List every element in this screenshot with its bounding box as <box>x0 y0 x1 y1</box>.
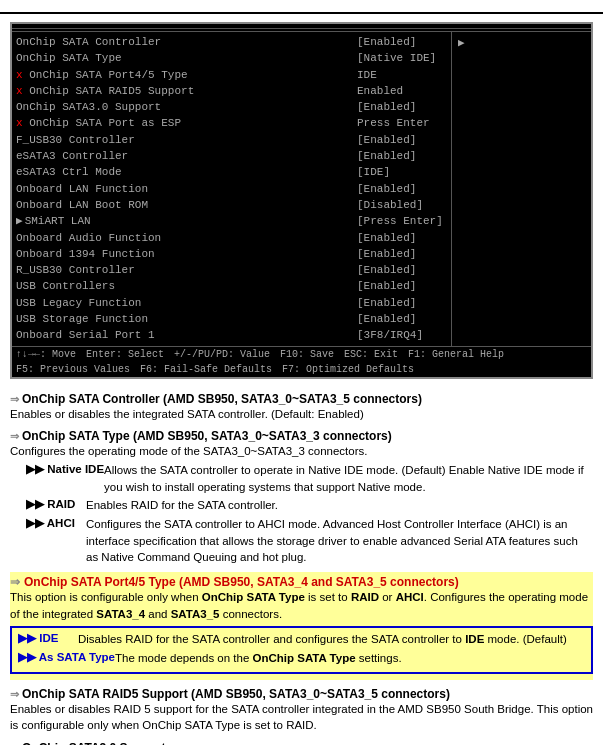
bios-row-value: Press Enter <box>357 116 447 130</box>
page-header <box>0 0 603 14</box>
bios-row-label: USB Storage Function <box>16 312 357 326</box>
bios-row[interactable]: Onboard LAN Boot ROM[Disabled] <box>16 197 447 213</box>
bios-row[interactable]: OnChip SATA3.0 Support[Enabled] <box>16 99 447 115</box>
desc-heading: ⇒OnChip SATA3.0 Support <box>10 740 593 745</box>
bios-row[interactable]: Onboard Audio Function[Enabled] <box>16 230 447 246</box>
bios-row[interactable]: OnChip SATA Port4/5 TypeIDE <box>16 67 447 83</box>
bios-row[interactable]: OnChip SATA Controller[Enabled] <box>16 34 447 50</box>
bios-row-value: IDE <box>357 68 447 82</box>
bios-row[interactable]: F_USB30 Controller[Enabled] <box>16 132 447 148</box>
bios-row-label: Onboard Audio Function <box>16 231 357 245</box>
bios-row-label: OnChip SATA RAID5 Support <box>16 84 357 98</box>
desc-heading: ⇒OnChip SATA RAID5 Support (AMD SB950, S… <box>10 686 593 701</box>
bios-row-value: [Enabled] <box>357 247 447 261</box>
bios-row-label: OnChip SATA Controller <box>16 35 357 49</box>
bios-row-label: F_USB30 Controller <box>16 133 357 147</box>
bios-row-label: OnChip SATA3.0 Support <box>16 100 357 114</box>
bios-row-label: eSATA3 Ctrl Mode <box>16 165 357 179</box>
bios-row-label: Onboard LAN Boot ROM <box>16 198 357 212</box>
arrow-icon: ⇒ <box>10 575 20 589</box>
bios-row-label: OnChip SATA Port as ESP <box>16 116 357 130</box>
sub-item: ▶▶ RAIDEnables RAID for the SATA control… <box>26 497 593 514</box>
bios-row[interactable]: USB Controllers[Enabled] <box>16 278 447 294</box>
bios-setup-box: OnChip SATA Controller[Enabled] OnChip S… <box>10 22 593 379</box>
arrow-icon: ⇒ <box>10 430 19 442</box>
bios-row-value: [Enabled] <box>357 263 447 277</box>
bios-row[interactable]: USB Legacy Function[Enabled] <box>16 295 447 311</box>
bios-row-value: Enabled <box>357 84 447 98</box>
bios-row[interactable]: Onboard 1394 Function[Enabled] <box>16 246 447 262</box>
bios-row[interactable]: OnChip SATA Port as ESPPress Enter <box>16 115 447 131</box>
bios-footer-item: F10: Save <box>280 349 334 360</box>
sub-bullet: ▶▶ AHCI <box>26 516 86 566</box>
bios-row-label: Onboard Serial Port 1 <box>16 328 357 342</box>
desc-block-onchip-sata-type: ⇒OnChip SATA Type (AMD SB950, SATA3_0~SA… <box>10 428 593 566</box>
bios-row-value: [Enabled] <box>357 279 447 293</box>
description-section: ⇒OnChip SATA Controller (AMD SB950, SATA… <box>0 387 603 745</box>
sub-content: Enables RAID for the SATA controller. <box>86 497 593 514</box>
bios-footer-item: Enter: Select <box>86 349 164 360</box>
sub-bullet: ▶▶ As SATA Type <box>18 650 115 667</box>
bios-row-value: [Enabled] <box>357 35 447 49</box>
bios-content: OnChip SATA Controller[Enabled] OnChip S… <box>12 32 591 346</box>
arrow-icon: ⇒ <box>10 688 19 700</box>
sub-bullet: ▶▶ RAID <box>26 497 86 514</box>
bios-row-value: [IDE] <box>357 165 447 179</box>
bios-item-help <box>451 32 591 346</box>
item-help-subtitle <box>456 36 587 49</box>
desc-heading: ⇒OnChip SATA Port4/5 Type (AMD SB950, SA… <box>10 574 593 589</box>
bios-row-value: [Enabled] <box>357 149 447 163</box>
bios-row-label: Onboard LAN Function <box>16 182 357 196</box>
bios-row-label: Onboard 1394 Function <box>16 247 357 261</box>
desc-text: Configures the operating mode of the SAT… <box>10 443 593 460</box>
bios-footer-item: F6: Fail-Safe Defaults <box>140 364 272 375</box>
bios-footer-item: ↑↓→←: Move <box>16 349 76 360</box>
bios-row[interactable]: R_USB30 Controller[Enabled] <box>16 262 447 278</box>
sub-item: ▶▶ As SATA TypeThe mode depends on the O… <box>18 650 585 667</box>
sub-items: ▶▶ Native IDEAllows the SATA controller … <box>26 462 593 566</box>
bios-row-label: USB Controllers <box>16 279 357 293</box>
sub-bullet: ▶▶ IDE <box>18 631 78 648</box>
bios-row-label: OnChip SATA Type <box>16 51 357 65</box>
bios-row-value: [Enabled] <box>357 100 447 114</box>
bios-row-label: OnChip SATA Port4/5 Type <box>16 68 357 82</box>
bios-row-value: [Enabled] <box>357 182 447 196</box>
bios-row-value: [3F8/IRQ4] <box>357 328 447 342</box>
bios-menu: OnChip SATA Controller[Enabled] OnChip S… <box>12 32 451 346</box>
desc-text: This option is configurable only when On… <box>10 589 593 622</box>
bios-footer-item: F5: Previous Values <box>16 364 130 375</box>
desc-text: Enables or disables the integrated SATA … <box>10 406 593 423</box>
bios-row[interactable]: Onboard Serial Port 1[3F8/IRQ4] <box>16 327 447 343</box>
sub-item: ▶▶ Native IDEAllows the SATA controller … <box>26 462 593 495</box>
bios-row[interactable]: OnChip SATA RAID5 SupportEnabled <box>16 83 447 99</box>
desc-block-onchip-sata-port45: ⇒OnChip SATA Port4/5 Type (AMD SB950, SA… <box>10 572 593 680</box>
desc-heading: ⇒OnChip SATA Controller (AMD SB950, SATA… <box>10 391 593 406</box>
bios-footer-item: +/-/PU/PD: Value <box>174 349 270 360</box>
bios-row[interactable]: OnChip SATA Type[Native IDE] <box>16 50 447 66</box>
sub-item: ▶▶ IDEDisables RAID for the SATA control… <box>18 631 585 648</box>
sub-content: Configures the SATA controller to AHCI m… <box>86 516 593 566</box>
arrow-icon: ⇒ <box>10 393 19 405</box>
bios-row[interactable]: Onboard LAN Function[Enabled] <box>16 181 447 197</box>
bios-row-value: [Enabled] <box>357 231 447 245</box>
sub-content: Disables RAID for the SATA controller an… <box>78 631 585 648</box>
sub-bullet: ▶▶ Native IDE <box>26 462 104 495</box>
sub-content: Allows the SATA controller to operate in… <box>104 462 593 495</box>
bios-footer-item: F7: Optimized Defaults <box>282 364 414 375</box>
desc-heading: ⇒OnChip SATA Type (AMD SB950, SATA3_0~SA… <box>10 428 593 443</box>
bios-row-label: USB Legacy Function <box>16 296 357 310</box>
bios-row-value: [Press Enter] <box>357 214 447 228</box>
blue-box: ▶▶ IDEDisables RAID for the SATA control… <box>10 626 593 673</box>
bios-row-value: [Enabled] <box>357 312 447 326</box>
bios-row[interactable]: eSATA3 Controller[Enabled] <box>16 148 447 164</box>
bios-row-label: eSATA3 Controller <box>16 149 357 163</box>
bios-row[interactable]: USB Storage Function[Enabled] <box>16 311 447 327</box>
bios-row-value: [Enabled] <box>357 133 447 147</box>
bios-row-value: [Native IDE] <box>357 51 447 65</box>
bios-row-value: [Disabled] <box>357 198 447 212</box>
bios-footer-item: F1: General Help <box>408 349 504 360</box>
desc-block-onchip-sata-controller: ⇒OnChip SATA Controller (AMD SB950, SATA… <box>10 391 593 423</box>
bios-row[interactable]: ▶SMiART LAN[Press Enter] <box>16 213 447 229</box>
bios-row[interactable]: eSATA3 Ctrl Mode[IDE] <box>16 164 447 180</box>
bios-row-label: ▶SMiART LAN <box>16 214 357 228</box>
